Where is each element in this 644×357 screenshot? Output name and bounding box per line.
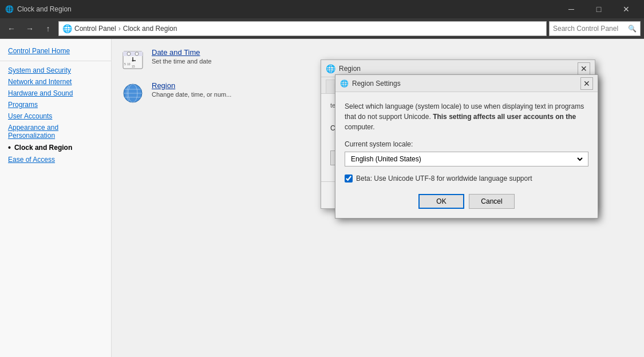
- sidebar-divider-1: [0, 61, 111, 61]
- title-bar-title: Clock and Region: [17, 5, 558, 13]
- maximize-button[interactable]: □: [586, 0, 612, 18]
- region-text: Region Change date, time, or num...: [152, 81, 231, 98]
- svg-point-2: [127, 52, 131, 55]
- region-dialog-title: Region: [339, 65, 578, 73]
- settings-title-bar: 🌐 Region Settings ✕: [335, 75, 598, 92]
- title-bar: 🌐 Clock and Region ─ □ ✕: [0, 0, 644, 18]
- search-icon: 🔍: [628, 25, 637, 33]
- back-button[interactable]: ←: [3, 21, 19, 37]
- sidebar-item-network-label: Network and Internet: [8, 78, 72, 86]
- minimize-button[interactable]: ─: [558, 0, 584, 18]
- close-button[interactable]: ✕: [613, 0, 639, 18]
- unicode-checkbox-label: Beta: Use Unicode UTF-8 for worldwide la…: [356, 174, 532, 183]
- sidebar-item-ease[interactable]: Ease of Access: [0, 154, 111, 165]
- svg-text:10: 10: [127, 62, 131, 66]
- toolbar: ← → ↑ 🌐 Control Panel › Clock and Region…: [0, 18, 644, 39]
- sidebar-item-clock-region-label: Clock and Region: [14, 144, 72, 152]
- search-input[interactable]: [553, 25, 628, 33]
- content-area: 5 10 15 Date and Time Set the time and d…: [112, 39, 644, 357]
- sidebar-item-system[interactable]: System and Security: [0, 65, 111, 76]
- settings-dialog-title: Region Settings: [352, 80, 580, 88]
- settings-desc-line4: computer.: [345, 123, 375, 131]
- settings-checkbox-row: Beta: Use Unicode UTF-8 for worldwide la…: [345, 174, 588, 183]
- sidebar-item-user-accounts[interactable]: User Accounts: [0, 110, 111, 122]
- date-time-subtitle: Set the time and date: [152, 58, 212, 65]
- sidebar-item-ease-label: Ease of Access: [8, 156, 55, 164]
- region-icon: [121, 81, 145, 105]
- settings-desc: Select which language (system locale) to…: [345, 101, 588, 132]
- settings-dialog: 🌐 Region Settings ✕ Select which languag…: [335, 74, 598, 219]
- address-bar[interactable]: 🌐 Control Panel › Clock and Region: [58, 21, 547, 36]
- sidebar-item-network[interactable]: Network and Internet: [0, 76, 111, 88]
- settings-dialog-close[interactable]: ✕: [580, 77, 593, 90]
- main-window: Control Panel Home System and Security N…: [0, 39, 644, 357]
- date-time-icon: 5 10 15: [121, 48, 145, 72]
- settings-ok-button[interactable]: OK: [418, 194, 464, 209]
- svg-point-6: [132, 60, 134, 62]
- forward-button[interactable]: →: [22, 21, 38, 37]
- unicode-checkbox[interactable]: [345, 174, 353, 183]
- sidebar-item-clock-region[interactable]: Clock and Region: [0, 141, 111, 154]
- svg-rect-1: [123, 51, 143, 56]
- region-link[interactable]: Region: [152, 81, 231, 90]
- settings-desc-line1: Select which language (system locale) to…: [345, 102, 584, 110]
- sidebar-item-programs[interactable]: Programs: [0, 99, 111, 110]
- svg-point-3: [135, 52, 139, 55]
- address-clock-region: Clock and Region: [123, 25, 177, 33]
- sidebar-item-appearance-label: Appearance and Personalization: [8, 124, 103, 140]
- region-subtitle: Change date, time, or num...: [152, 91, 231, 98]
- settings-locale-select[interactable]: English (United States): [345, 152, 588, 166]
- address-sep-1: ›: [118, 25, 121, 33]
- up-button[interactable]: ↑: [40, 21, 56, 37]
- title-bar-icon: 🌐: [5, 5, 14, 14]
- locale-select-input[interactable]: English (United States): [349, 152, 584, 166]
- region-dialog-close[interactable]: ✕: [578, 62, 590, 75]
- address-control-panel: Control Panel: [74, 25, 116, 33]
- title-bar-controls: ─ □ ✕: [558, 0, 639, 18]
- sidebar: Control Panel Home System and Security N…: [0, 39, 112, 357]
- sidebar-item-user-accounts-label: User Accounts: [8, 112, 52, 120]
- region-dialog-icon: 🌐: [326, 64, 335, 73]
- settings-locale-label: Current system locale:: [345, 140, 588, 148]
- sidebar-item-appearance[interactable]: Appearance and Personalization: [0, 122, 111, 141]
- search-box[interactable]: 🔍: [549, 21, 641, 36]
- svg-text:15: 15: [132, 65, 135, 68]
- address-globe-icon: 🌐: [62, 24, 72, 33]
- sidebar-home-link[interactable]: Control Panel Home: [0, 45, 111, 57]
- settings-body: Select which language (system locale) to…: [335, 92, 598, 218]
- date-time-text: Date and Time Set the time and date: [152, 48, 212, 65]
- svg-text:5: 5: [124, 62, 126, 66]
- settings-desc-line3: This setting affects all user accounts o…: [433, 113, 576, 121]
- settings-title-icon: 🌐: [340, 80, 349, 88]
- settings-desc-line2: that do not support Unicode.: [345, 113, 431, 121]
- date-time-link[interactable]: Date and Time: [152, 48, 212, 57]
- sidebar-item-hardware[interactable]: Hardware and Sound: [0, 88, 111, 99]
- settings-button-row: OK Cancel: [345, 192, 588, 209]
- clock-icon-svg: 5 10 15: [122, 49, 144, 71]
- sidebar-item-hardware-label: Hardware and Sound: [8, 89, 73, 97]
- globe-icon-svg: [122, 82, 144, 104]
- sidebar-item-system-label: System and Security: [8, 66, 71, 74]
- settings-cancel-button[interactable]: Cancel: [469, 194, 515, 209]
- sidebar-item-programs-label: Programs: [8, 101, 38, 109]
